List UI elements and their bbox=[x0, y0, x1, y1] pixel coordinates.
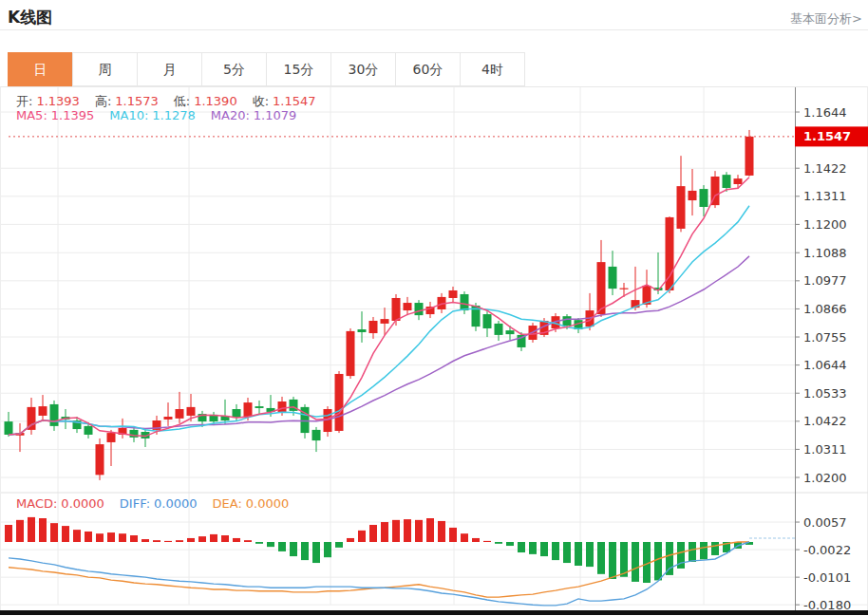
candle-up[interactable] bbox=[449, 290, 458, 298]
candle-up[interactable] bbox=[187, 407, 196, 416]
candle-up[interactable] bbox=[734, 178, 743, 184]
candle-down[interactable] bbox=[461, 294, 469, 310]
candle-up[interactable] bbox=[381, 319, 389, 324]
macd-bar-up bbox=[198, 536, 206, 542]
macd-bar-up bbox=[50, 523, 58, 542]
candle-down[interactable] bbox=[609, 267, 617, 289]
candle-up[interactable] bbox=[745, 137, 754, 176]
candle-down[interactable] bbox=[483, 314, 492, 328]
macd-bar-up bbox=[449, 528, 457, 542]
macd-bar-down bbox=[540, 542, 548, 556]
candle-up[interactable] bbox=[392, 298, 401, 321]
price-tick-label: 1.1200 bbox=[803, 217, 847, 232]
macd-bar-down bbox=[575, 542, 582, 566]
candle-up[interactable] bbox=[620, 289, 629, 289]
macd-bar-up bbox=[221, 535, 229, 542]
ohlc-label-0: 开: bbox=[16, 94, 32, 108]
candle-up[interactable] bbox=[96, 444, 104, 475]
candle-down[interactable] bbox=[50, 404, 59, 426]
candle-up[interactable] bbox=[347, 331, 355, 376]
macd-bar-down bbox=[597, 542, 605, 574]
candle-up[interactable] bbox=[176, 409, 184, 419]
price-tick-label: 1.0533 bbox=[803, 386, 847, 401]
candle-up[interactable] bbox=[244, 402, 253, 417]
macd-bar-up bbox=[28, 517, 35, 542]
macd-bar-down bbox=[666, 542, 673, 575]
ohlc-label-2: 低: bbox=[174, 94, 190, 108]
ma-item-0: MA5:1.1395 bbox=[16, 108, 98, 122]
macd-bar-up bbox=[381, 522, 388, 542]
macd-bar-up bbox=[472, 538, 480, 542]
candle-up[interactable] bbox=[369, 321, 378, 333]
macd-bar-down bbox=[335, 542, 343, 548]
candle-down[interactable] bbox=[495, 324, 503, 335]
price-tick-label: 1.0311 bbox=[803, 442, 847, 457]
candle-up[interactable] bbox=[164, 417, 173, 420]
price-tick-label: 1.0977 bbox=[803, 273, 847, 288]
candle-up[interactable] bbox=[689, 191, 697, 200]
bottom-divider-bar bbox=[0, 610, 868, 615]
macd-legend: MACD:0.0000DIFF:0.0000DEA:0.0000 bbox=[16, 496, 304, 511]
macd-bar-down bbox=[506, 542, 514, 546]
fundamental-analysis-link[interactable]: 基本面分析> bbox=[790, 10, 862, 28]
candle-down[interactable] bbox=[506, 330, 515, 334]
candle-down[interactable] bbox=[312, 430, 321, 440]
ohlc-value-3: 1.1547 bbox=[273, 94, 316, 108]
macd-bar-up bbox=[5, 525, 12, 542]
macd-bar-up bbox=[119, 533, 126, 542]
candle-down[interactable] bbox=[5, 421, 13, 435]
candle-down[interactable] bbox=[723, 175, 731, 188]
price-tick-label: 1.0866 bbox=[803, 302, 847, 316]
macd-bar-up bbox=[358, 531, 366, 542]
ohlc-value-0: 1.1393 bbox=[36, 94, 80, 108]
macd-bar-up bbox=[73, 530, 81, 542]
tab-60min[interactable]: 60分 bbox=[395, 52, 461, 86]
candle-down[interactable] bbox=[358, 329, 367, 332]
macd-bar-up bbox=[404, 519, 411, 542]
macd-bar-down bbox=[312, 542, 320, 563]
macd-bar-down bbox=[278, 542, 286, 551]
tab-day[interactable]: 日 bbox=[8, 52, 73, 86]
macd-bar-up bbox=[244, 540, 252, 542]
ma-item-2: MA20:1.1079 bbox=[211, 108, 301, 122]
macd-bar-up bbox=[426, 518, 434, 542]
candle-up[interactable] bbox=[335, 374, 344, 431]
tab-week[interactable]: 周 bbox=[72, 52, 138, 86]
macd-label-2: DEA: bbox=[213, 496, 242, 511]
tab-4hour[interactable]: 4时 bbox=[460, 52, 525, 86]
candle-up[interactable] bbox=[677, 186, 686, 229]
macd-item-1: DIFF:0.0000 bbox=[120, 496, 201, 511]
candle-down[interactable] bbox=[563, 316, 572, 326]
candle-down[interactable] bbox=[415, 303, 424, 315]
tab-30min[interactable]: 30分 bbox=[330, 52, 396, 86]
candle-down[interactable] bbox=[700, 189, 708, 207]
macd-bar-up bbox=[142, 539, 149, 542]
price-tick-label: 1.1644 bbox=[803, 105, 847, 120]
macd-bar-up bbox=[176, 540, 183, 542]
macd-bar-down bbox=[255, 542, 263, 544]
tab-15min[interactable]: 15分 bbox=[266, 52, 331, 86]
tab-month[interactable]: 月 bbox=[137, 52, 202, 86]
price-tick-label: 1.0200 bbox=[803, 471, 847, 485]
kline-chart[interactable]: 1.16441.14221.13111.12001.10881.09771.08… bbox=[1, 87, 868, 613]
candle-up[interactable] bbox=[278, 401, 287, 412]
macd-bar-down bbox=[586, 542, 594, 567]
candle-down[interactable] bbox=[255, 406, 264, 408]
candle-up[interactable] bbox=[107, 433, 116, 442]
candle-up[interactable] bbox=[404, 303, 412, 310]
candle-up[interactable] bbox=[597, 262, 606, 314]
macd-bar-down bbox=[301, 542, 309, 560]
period-tabbar: 日周月5分15分30分60分4时 bbox=[8, 52, 525, 86]
candle-down[interactable] bbox=[85, 426, 93, 435]
ohlc-value-1: 1.1573 bbox=[115, 94, 159, 108]
ma-value-2: 1.1079 bbox=[254, 108, 297, 122]
macd-bar-down bbox=[518, 542, 525, 552]
price-tick-label: 1.1422 bbox=[803, 161, 847, 176]
price-tick-label: 1.1088 bbox=[803, 246, 847, 260]
macd-tick-label: -0.0101 bbox=[803, 570, 851, 585]
candle-up[interactable] bbox=[39, 406, 47, 416]
ohlc-item-2: 低:1.1390 bbox=[174, 94, 241, 108]
candle-down[interactable] bbox=[233, 409, 241, 418]
macd-bar-up bbox=[107, 532, 115, 542]
tab-5min[interactable]: 5分 bbox=[201, 52, 267, 86]
